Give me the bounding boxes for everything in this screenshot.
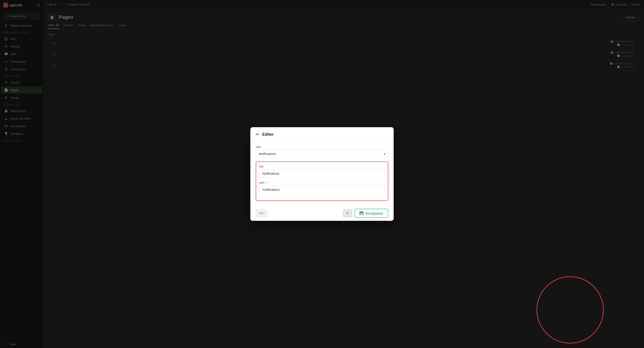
cancel-button[interactable]: ✕ — [343, 209, 352, 217]
save-label: Enregistrer — [366, 212, 383, 215]
modal-header: ✏ Editer — [250, 127, 394, 141]
type-select-wrapper: NotificationsStandardCustom — [256, 150, 388, 158]
type-select[interactable]: NotificationsStandardCustom — [256, 150, 388, 158]
modal-footer-right: ✕ 💾 Enregistrer — [343, 209, 388, 218]
type-form-group: type NotificationsStandardCustom — [256, 145, 388, 158]
highlighted-fields-section: title path * — [256, 162, 388, 201]
modal-overlay[interactable]: ✏ Editer type NotificationsStandardCusto… — [43, 0, 644, 348]
save-button[interactable]: 💾 Enregistrer — [354, 209, 388, 218]
path-input[interactable] — [259, 186, 385, 194]
modal-footer: </> ✕ 💾 Enregistrer — [250, 205, 394, 221]
title-label: title — [259, 165, 385, 168]
pencil-icon: ✏ — [256, 132, 260, 137]
modal-editer: ✏ Editer type NotificationsStandardCusto… — [250, 127, 394, 221]
path-label: path * — [259, 181, 385, 184]
main-content: Célia ▾ | # TuSgkvT3frHC46 Nouveautés 🔷 … — [43, 0, 644, 348]
path-form-group: path * — [259, 181, 385, 194]
modal-title: Editer — [262, 132, 274, 137]
title-input[interactable] — [259, 170, 385, 178]
required-indicator: * — [266, 181, 267, 184]
title-form-group: title — [259, 165, 385, 178]
code-button[interactable]: </> — [256, 209, 267, 217]
save-icon: 💾 — [360, 211, 364, 215]
modal-body: type NotificationsStandardCustom title p… — [250, 141, 394, 205]
modal-footer-left: </> — [256, 209, 267, 217]
type-label: type — [256, 145, 388, 148]
